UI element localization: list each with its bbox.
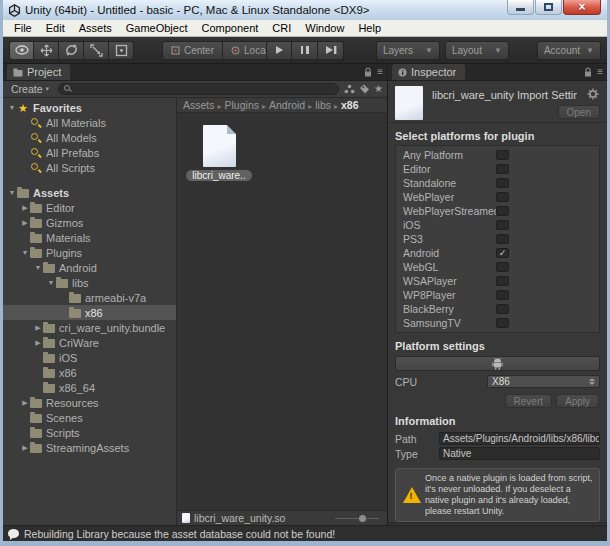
pane-menu-icon[interactable]: ≡ [597, 67, 603, 77]
account-dropdown[interactable]: Account▼ [537, 41, 601, 60]
expander-icon[interactable]: ▶ [20, 204, 30, 212]
close-button[interactable]: × [563, 0, 601, 15]
menu-item-window[interactable]: Window [298, 20, 351, 36]
platform-checkbox-samsungtv[interactable] [496, 318, 509, 328]
android-settings-tab[interactable] [395, 356, 600, 371]
minimize-button[interactable] [507, 0, 534, 15]
expander-icon[interactable]: ▼ [33, 264, 43, 271]
tree-item-x86-64[interactable]: x86_64 [3, 380, 176, 395]
path-field[interactable]: Assets/Plugins/Android/libs/x86/libcri_ [439, 432, 600, 445]
tree-item-all-materials[interactable]: All Materials [3, 115, 176, 130]
tree-item-x86[interactable]: x86 [3, 365, 176, 380]
apply-button[interactable]: Apply [556, 394, 599, 408]
pause-button[interactable] [292, 41, 318, 60]
tree-item-armeabi-v7a[interactable]: armeabi-v7a [3, 290, 176, 305]
search-by-type-icon[interactable] [344, 84, 355, 94]
rect-tool-button[interactable] [109, 41, 134, 60]
tree-item-all-scripts[interactable]: All Scripts [3, 160, 176, 175]
platform-checkbox-wsaplayer[interactable] [496, 276, 509, 286]
pane-menu-icon[interactable]: ≡ [377, 67, 383, 77]
menu-item-help[interactable]: Help [351, 20, 388, 36]
gear-icon[interactable] [587, 88, 599, 100]
tree-item-resources[interactable]: ▶Resources [3, 395, 176, 410]
saved-search-star-icon[interactable]: ★ [374, 84, 383, 94]
move-tool-button[interactable] [34, 41, 59, 60]
expander-icon[interactable]: ▼ [20, 249, 30, 256]
expander-icon[interactable]: ▶ [20, 219, 30, 227]
tree-item-plugins[interactable]: ▼Plugins [3, 245, 176, 260]
tree-item-streamingassets[interactable]: ▶StreamingAssets [3, 440, 176, 455]
menu-item-component[interactable]: Component [194, 20, 265, 36]
search-box[interactable] [58, 83, 339, 95]
file-item[interactable]: libcri_ware.. [191, 125, 247, 181]
tree-item-assets[interactable]: ▼Assets [3, 185, 176, 200]
scale-tool-button[interactable] [84, 41, 109, 60]
inspector-tab[interactable]: Inspector [392, 64, 465, 80]
tree-item-editor[interactable]: ▶Editor [3, 200, 176, 215]
zoom-slider-knob[interactable] [359, 515, 366, 522]
platform-checkbox-webplayerstreamed[interactable] [496, 206, 509, 216]
title-bar[interactable]: Unity (64bit) - Untitled - basic - PC, M… [3, 0, 607, 20]
tree-item-favorites[interactable]: ▼★Favorites [3, 100, 176, 115]
tree-item-criware[interactable]: ▶CriWare [3, 335, 176, 350]
platform-checkbox-android[interactable]: ✓ [496, 248, 509, 258]
expander-icon[interactable]: ▼ [7, 189, 17, 196]
search-by-label-icon[interactable] [359, 84, 370, 94]
step-button[interactable] [318, 41, 344, 60]
layers-dropdown[interactable]: Layers▼ [376, 41, 440, 60]
tree-item-scenes[interactable]: Scenes [3, 410, 176, 425]
revert-button[interactable]: Revert [505, 394, 552, 408]
tree-item-x86[interactable]: x86 [3, 305, 176, 320]
status-bar[interactable]: Rebuilding Library because the asset dat… [3, 525, 607, 541]
expander-icon[interactable]: ▼ [46, 279, 56, 286]
expander-icon[interactable]: ▶ [20, 399, 30, 407]
tree-item-ios[interactable]: iOS [3, 350, 176, 365]
create-button[interactable]: Create [7, 83, 53, 95]
expander-icon[interactable]: ▶ [20, 444, 30, 452]
platform-checkbox-blackberry[interactable] [496, 304, 509, 314]
tree-item-gizmos[interactable]: ▶Gizmos [3, 215, 176, 230]
platform-checkbox-ps3[interactable] [496, 234, 509, 244]
platform-checkbox-webplayer[interactable] [496, 192, 509, 202]
cpu-dropdown[interactable]: X86 [487, 375, 600, 388]
rotate-tool-button[interactable] [59, 41, 84, 60]
expander-icon[interactable]: ▶ [33, 324, 43, 332]
menu-item-gameobject[interactable]: GameObject [119, 20, 195, 36]
type-field[interactable]: Native [439, 447, 600, 460]
pivot-center-button[interactable]: Center [162, 41, 223, 60]
menu-item-assets[interactable]: Assets [72, 20, 119, 36]
breadcrumb-item-x86[interactable]: x86 [341, 99, 362, 111]
tree-item-libs[interactable]: ▼libs [3, 275, 176, 290]
breadcrumb-item-plugins[interactable]: Plugins [225, 99, 266, 111]
tree-item-all-prefabs[interactable]: All Prefabs [3, 145, 176, 160]
platform-checkbox-webgl[interactable] [496, 262, 509, 272]
search-input[interactable] [75, 84, 333, 95]
platform-checkbox-ios[interactable] [496, 220, 509, 230]
lock-icon[interactable] [584, 67, 592, 77]
breadcrumb-item-assets[interactable]: Assets [183, 99, 222, 111]
platform-checkbox-standalone[interactable] [496, 178, 509, 188]
open-button[interactable]: Open [558, 105, 600, 119]
expander-icon[interactable]: ▼ [7, 104, 17, 111]
tree-item-materials[interactable]: Materials [3, 230, 176, 245]
platform-checkbox-editor[interactable] [496, 164, 509, 174]
menu-item-cri[interactable]: CRI [265, 20, 298, 36]
platform-checkbox-any-platform[interactable] [496, 150, 509, 160]
tree-item-scripts[interactable]: Scripts [3, 425, 176, 440]
platform-checkbox-wp8player[interactable] [496, 290, 509, 300]
tree-item-cri-ware-unity-bundle[interactable]: ▶cri_ware_unity.bundle [3, 320, 176, 335]
menu-item-edit[interactable]: Edit [39, 20, 72, 36]
maximize-button[interactable] [535, 0, 562, 15]
project-tab[interactable]: Project [7, 64, 70, 80]
breadcrumb-item-android[interactable]: Android [269, 99, 312, 111]
play-button[interactable] [266, 41, 292, 60]
tree-item-android[interactable]: ▼Android [3, 260, 176, 275]
layout-dropdown[interactable]: Layout▼ [445, 41, 509, 60]
zoom-slider[interactable] [335, 514, 379, 523]
hand-tool-button[interactable] [9, 41, 34, 60]
tree-item-all-models[interactable]: All Models [3, 130, 176, 145]
menu-item-file[interactable]: File [7, 20, 39, 36]
expander-icon[interactable]: ▶ [33, 339, 43, 347]
breadcrumb-item-libs[interactable]: libs [315, 99, 338, 111]
lock-icon[interactable] [364, 67, 372, 77]
